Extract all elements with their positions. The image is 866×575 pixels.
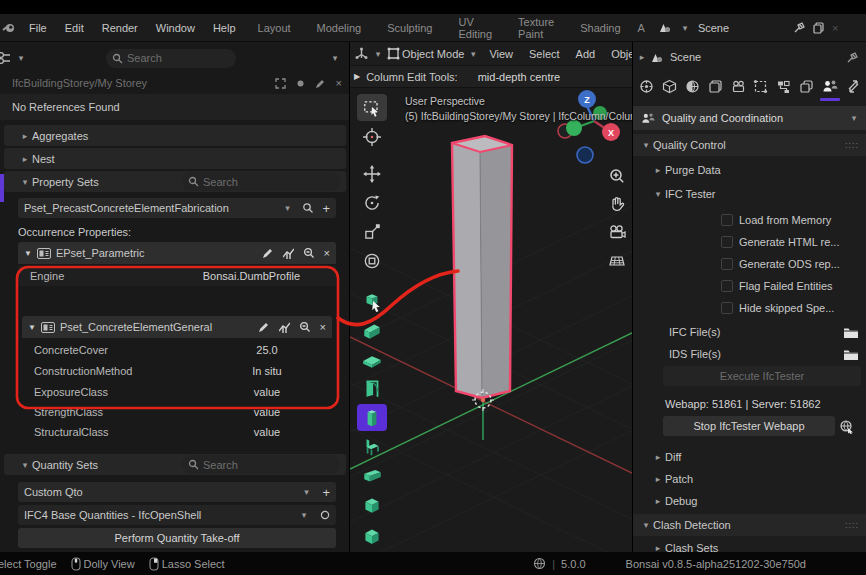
disclosure-triangle-icon[interactable]: ▼ xyxy=(28,323,36,332)
prop-value[interactable]: Bonsai.DumbProfile xyxy=(203,270,300,282)
bim-furniture-tool[interactable] xyxy=(357,433,387,460)
mode-selector[interactable]: Object Mode xyxy=(402,48,464,60)
panel-property-sets[interactable]: Property Sets xyxy=(32,176,99,188)
panel-clash-detection[interactable]: Clash Detection xyxy=(653,519,731,531)
pset-template-selector[interactable]: Pset_PrecastConcreteElementFabrication ▾… xyxy=(18,198,336,218)
zoom-pset-icon[interactable] xyxy=(303,247,315,259)
tool-option-value[interactable]: mid-depth centre xyxy=(478,71,561,83)
chevron-down-icon[interactable]: ▾ xyxy=(371,49,385,59)
folder-icon[interactable] xyxy=(843,326,859,339)
panel-nest[interactable]: Nest xyxy=(32,153,55,165)
prop-value[interactable]: 25.0 xyxy=(222,344,312,356)
tab-world-icon[interactable] xyxy=(685,79,700,94)
edit-pset-icon[interactable] xyxy=(262,247,274,259)
panel-ifc-tester[interactable]: IFC Tester xyxy=(665,188,716,200)
move-tool[interactable] xyxy=(357,160,387,187)
edit-pset-icon[interactable] xyxy=(258,321,270,333)
panel-patch[interactable]: Patch xyxy=(665,473,693,485)
disclosure-triangle-icon[interactable]: ▼ xyxy=(24,249,32,258)
stop-webapp-button[interactable]: Stop IfcTester Webapp xyxy=(663,416,835,436)
add-pset-icon[interactable]: + xyxy=(322,201,330,216)
folder-icon[interactable] xyxy=(843,348,859,361)
zoom-icon[interactable] xyxy=(608,167,626,185)
expand-icon[interactable] xyxy=(275,78,286,89)
bim-cube-tool[interactable] xyxy=(357,491,387,518)
panel-debug[interactable]: Debug xyxy=(665,495,697,507)
pin-icon[interactable] xyxy=(793,21,806,34)
bim-beam-tool[interactable] xyxy=(357,462,387,489)
panel-quality-control[interactable]: Quality Control xyxy=(653,139,726,151)
chevron-down-icon[interactable]: ▾ xyxy=(466,49,480,59)
tab-bonsai-quality-icon[interactable] xyxy=(822,79,838,94)
remove-pset-icon[interactable]: × xyxy=(320,321,326,333)
pin-icon[interactable] xyxy=(846,51,859,64)
search-input[interactable] xyxy=(127,52,230,64)
tab-scene-icon[interactable] xyxy=(662,79,677,94)
zoom-pset-icon[interactable] xyxy=(299,321,311,333)
viewport-3d[interactable]: Z X ▾ Object Mode ▾ View Select Add Obje… xyxy=(350,42,632,552)
chart-icon[interactable] xyxy=(279,322,290,333)
bim-door-tool[interactable] xyxy=(357,375,387,402)
new-scene-icon[interactable] xyxy=(812,21,826,35)
bim-explore-tool[interactable] xyxy=(357,288,387,315)
menu-render[interactable]: Render xyxy=(93,22,147,34)
workspace-tab-texture-paint[interactable]: Texture Paint xyxy=(505,16,567,40)
rotate-tool[interactable] xyxy=(357,189,387,216)
search-input[interactable] xyxy=(203,459,334,471)
scene-selector[interactable]: Scene xyxy=(698,22,729,34)
property-sets-search[interactable] xyxy=(182,172,340,191)
checkbox-load-from-memory[interactable] xyxy=(721,214,733,226)
tab-object-icon[interactable] xyxy=(799,79,814,94)
prop-value[interactable]: value xyxy=(222,426,312,438)
custom-qto-selector[interactable]: Custom Qto ▾ + xyxy=(18,482,336,502)
checkbox-flag-failed[interactable] xyxy=(721,280,733,292)
workspace-tab-sculpting[interactable]: Sculpting xyxy=(374,22,445,34)
add-qto-icon[interactable]: + xyxy=(322,485,330,500)
close-icon[interactable]: × xyxy=(336,77,342,89)
panel-aggregates[interactable]: Aggregates xyxy=(32,130,88,142)
close-scene-icon[interactable]: × xyxy=(832,22,838,34)
select-icon[interactable] xyxy=(296,79,305,88)
cursor-tool[interactable] xyxy=(357,123,387,150)
prop-value[interactable]: value xyxy=(222,386,312,398)
editor-type-icon[interactable] xyxy=(354,47,369,60)
collapse-panel-icon[interactable]: ▾ xyxy=(328,53,342,63)
chevron-down-icon[interactable]: ▾ xyxy=(847,113,861,123)
tab-modifiers-icon[interactable] xyxy=(846,79,861,94)
chevron-down-icon[interactable]: ▾ xyxy=(14,53,28,63)
tab-output-icon[interactable] xyxy=(731,79,746,94)
blender-logo-icon[interactable] xyxy=(2,22,16,34)
camera-view-icon[interactable] xyxy=(608,223,626,241)
panel-diff[interactable]: Diff xyxy=(665,451,681,463)
search-pset-icon[interactable] xyxy=(302,202,314,214)
bim-wall-tool[interactable] xyxy=(357,317,387,344)
quantity-takeoff-button[interactable]: Perform Quantity Take-off xyxy=(18,528,336,548)
panel-purge-data[interactable]: Purge Data xyxy=(665,164,721,176)
workspace-tab-modeling[interactable]: Modeling xyxy=(304,22,375,34)
pan-hand-icon[interactable] xyxy=(608,195,626,213)
editor-type-icon[interactable] xyxy=(0,51,14,65)
workspace-tab-shading[interactable]: Shading xyxy=(567,22,633,34)
prop-value[interactable]: In situ xyxy=(222,365,312,377)
select-box-tool[interactable] xyxy=(357,94,387,121)
scale-tool[interactable] xyxy=(357,218,387,245)
workspace-tab-truncated[interactable]: A xyxy=(634,22,649,34)
webapp-globe-icon[interactable] xyxy=(839,419,854,434)
checkbox-generate-html[interactable] xyxy=(721,236,733,248)
panel-clash-sets[interactable]: Clash Sets xyxy=(665,542,718,552)
tab-tool-icon[interactable] xyxy=(776,79,791,94)
remove-pset-icon[interactable]: × xyxy=(324,247,330,259)
chart-icon[interactable] xyxy=(283,248,294,259)
checkbox-generate-ods[interactable] xyxy=(721,258,733,270)
tab-viewlayer-icon[interactable] xyxy=(708,79,723,94)
transform-tool[interactable] xyxy=(357,247,387,274)
panel-quantity-sets[interactable]: Quantity Sets xyxy=(32,459,98,471)
menu-window[interactable]: Window xyxy=(147,22,204,34)
menu-edit[interactable]: Edit xyxy=(56,22,93,34)
workspace-tab-uv-editing[interactable]: UV Editing xyxy=(445,16,505,40)
menu-object[interactable]: Objec xyxy=(604,48,632,60)
chevron-down-icon[interactable]: ▾ xyxy=(678,23,692,33)
bim-cube-tool-2[interactable] xyxy=(357,520,387,547)
quantity-sets-search[interactable] xyxy=(182,455,340,474)
tab-render-icon[interactable] xyxy=(639,79,654,94)
